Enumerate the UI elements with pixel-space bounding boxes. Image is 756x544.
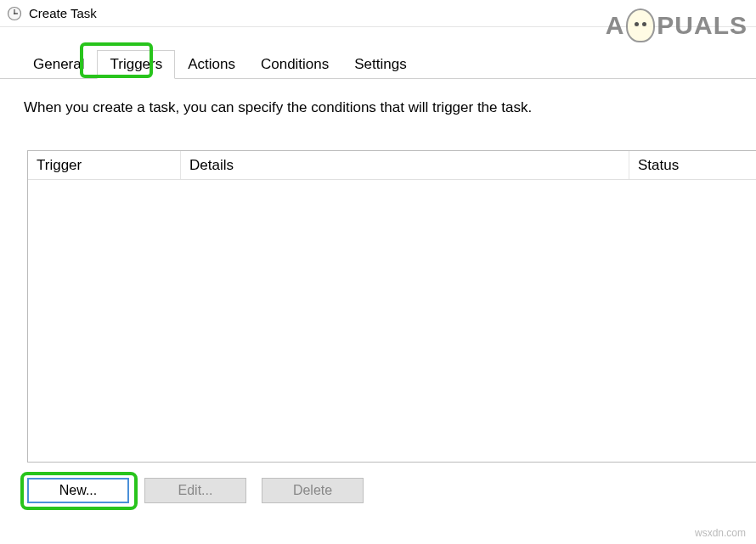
window-title: Create Task xyxy=(29,6,97,20)
task-scheduler-icon xyxy=(7,6,22,21)
button-row: New... Edit... Delete xyxy=(27,478,756,503)
table-header-row: Trigger Details Status xyxy=(28,151,756,180)
delete-button: Delete xyxy=(262,478,364,503)
table-body-empty[interactable] xyxy=(28,180,756,462)
column-header-trigger[interactable]: Trigger xyxy=(28,151,181,179)
tab-settings[interactable]: Settings xyxy=(341,50,419,78)
dialog-content: General Triggers Actions Conditions Sett… xyxy=(0,27,756,503)
watermark-site: wsxdn.com xyxy=(695,527,746,539)
column-header-status[interactable]: Status xyxy=(629,151,756,179)
watermark-logo: A PUALS xyxy=(606,8,748,42)
edit-button: Edit... xyxy=(144,478,246,503)
tab-actions[interactable]: Actions xyxy=(175,50,248,78)
tab-conditions[interactable]: Conditions xyxy=(248,50,341,78)
column-header-details[interactable]: Details xyxy=(181,151,629,179)
panel-description: When you create a task, you can specify … xyxy=(24,99,756,116)
triggers-table: Trigger Details Status xyxy=(27,150,756,463)
tab-general[interactable]: General xyxy=(20,50,97,78)
tab-triggers[interactable]: Triggers xyxy=(97,50,175,79)
svg-point-3 xyxy=(14,13,15,14)
mascot-icon xyxy=(626,8,655,42)
new-button[interactable]: New... xyxy=(27,478,129,503)
watermark-prefix: A xyxy=(606,11,625,40)
watermark-suffix: PUALS xyxy=(657,11,748,40)
triggers-panel: When you create a task, you can specify … xyxy=(0,79,756,503)
